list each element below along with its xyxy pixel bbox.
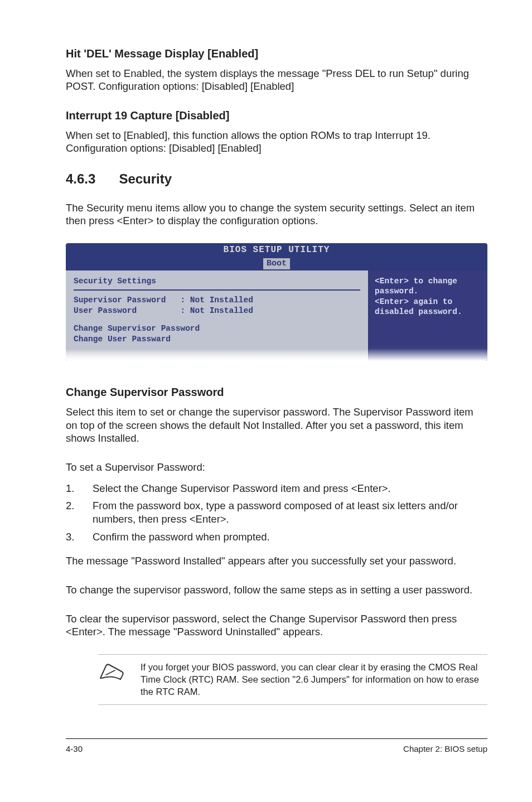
bios-row-user: User Password : Not Installed	[74, 306, 360, 316]
footer-chapter: Chapter 2: BIOS setup	[403, 743, 487, 754]
page-footer: 4-30 Chapter 2: BIOS setup	[66, 738, 487, 754]
bios-help-line: <Enter> again to	[375, 297, 482, 307]
list-item: 3. Confirm the password when prompted.	[66, 530, 487, 544]
para-csp-2: To set a Supervisor Password:	[66, 461, 487, 474]
bios-tab-row: Boot	[66, 255, 487, 270]
para-int19: When set to [Enabled], this function all…	[66, 129, 487, 155]
list-num: 2.	[66, 499, 93, 525]
para-csp-3: The message "Password Installed" appears…	[66, 554, 487, 568]
list-text: Select the Change Supervisor Password it…	[93, 482, 487, 495]
heading-title: Security	[119, 171, 172, 188]
bios-row-supervisor: Supervisor Password : Not Installed	[74, 295, 360, 306]
heading-int19: Interrupt 19 Capture [Disabled]	[66, 109, 487, 123]
bios-help-line: disabled password.	[375, 307, 482, 317]
bios-tab-boot: Boot	[263, 258, 290, 269]
para-csp-1: Select this item to set or change the su…	[66, 405, 487, 445]
heading-463: 4.6.3 Security	[66, 171, 487, 188]
list-num: 3.	[66, 530, 93, 544]
note-block: If you forget your BIOS password, you ca…	[98, 654, 487, 705]
bios-help-line: <Enter> to change	[375, 276, 482, 287]
heading-hit-del: Hit 'DEL' Message Display [Enabled]	[66, 47, 487, 61]
heading-csp: Change Supervisor Password	[66, 385, 487, 400]
para-463-intro: The Security menu items allow you to cha…	[66, 201, 487, 228]
list-item: 1. Select the Change Supervisor Password…	[66, 482, 487, 495]
bios-divider	[74, 289, 360, 291]
ordered-list: 1. Select the Change Supervisor Password…	[66, 482, 487, 544]
para-csp-5: To clear the supervisor password, select…	[66, 612, 487, 639]
note-icon	[98, 661, 125, 686]
para-csp-4: To change the supervisor password, follo…	[66, 583, 487, 597]
bios-help-line: password.	[375, 286, 482, 297]
list-text: From the password box, type a password c…	[93, 499, 487, 525]
para-hit-del: When set to Enabled, the system displays…	[66, 67, 487, 93]
bios-row-change-supervisor: Change Supervisor Password	[74, 323, 360, 334]
bios-section-heading: Security Settings	[74, 276, 360, 287]
list-text: Confirm the password when prompted.	[93, 530, 487, 544]
list-item: 2. From the password box, type a passwor…	[66, 499, 487, 525]
footer-page-num: 4-30	[66, 743, 83, 754]
bios-setup-screenshot: BIOS SETUP UTILITY Boot Security Setting…	[66, 243, 487, 361]
bios-title: BIOS SETUP UTILITY	[66, 243, 487, 255]
list-num: 1.	[66, 482, 93, 495]
note-text: If you forget your BIOS password, you ca…	[141, 661, 487, 698]
bios-help-panel: <Enter> to change password. <Enter> agai…	[369, 270, 487, 361]
bios-body: Security Settings Supervisor Password : …	[66, 270, 487, 361]
bios-left-panel: Security Settings Supervisor Password : …	[66, 270, 369, 361]
bios-row-change-user: Change User Passward	[74, 334, 360, 345]
heading-num: 4.6.3	[66, 171, 95, 188]
